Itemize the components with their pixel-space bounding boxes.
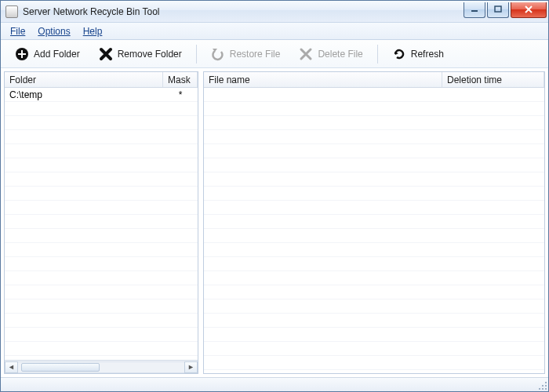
delete-file-label: Delete File bbox=[318, 49, 362, 60]
folder-header-folder[interactable]: Folder bbox=[5, 72, 163, 87]
scroll-left-arrow-icon[interactable]: ◄ bbox=[5, 361, 18, 373]
title-bar: Server Network Recycle Bin Tool bbox=[1, 1, 548, 23]
menu-options[interactable]: Options bbox=[31, 24, 76, 38]
remove-folder-label: Remove Folder bbox=[118, 49, 182, 60]
add-folder-button[interactable]: Add Folder bbox=[7, 44, 88, 64]
mask-cell: * bbox=[163, 88, 198, 101]
plus-circle-icon bbox=[15, 47, 29, 61]
close-button[interactable] bbox=[511, 2, 547, 18]
x-icon bbox=[99, 47, 113, 61]
minimize-button[interactable] bbox=[464, 2, 485, 18]
maximize-icon bbox=[494, 5, 502, 13]
folder-panel: Folder Mask C:\temp * ◄ ► bbox=[4, 71, 198, 374]
remove-folder-button[interactable]: Remove Folder bbox=[91, 44, 190, 64]
folder-cell: C:\temp bbox=[5, 88, 163, 101]
refresh-button[interactable]: Refresh bbox=[384, 44, 452, 64]
scroll-right-arrow-icon[interactable]: ► bbox=[184, 361, 198, 373]
status-bar bbox=[1, 377, 548, 391]
client-area: Folder Mask C:\temp * ◄ ► bbox=[1, 68, 548, 377]
app-icon bbox=[5, 5, 18, 18]
window-controls bbox=[462, 2, 547, 18]
files-header-time[interactable]: Deletion time bbox=[442, 72, 544, 87]
files-headers: File name Deletion time bbox=[204, 72, 544, 88]
add-folder-label: Add Folder bbox=[34, 49, 80, 60]
files-rows[interactable] bbox=[204, 88, 544, 373]
folder-rows[interactable]: C:\temp * bbox=[5, 88, 198, 360]
scissors-icon bbox=[299, 47, 313, 61]
toolbar-separator bbox=[377, 45, 378, 64]
svg-rect-4 bbox=[18, 53, 26, 55]
files-header-name[interactable]: File name bbox=[204, 72, 442, 87]
svg-rect-0 bbox=[471, 10, 478, 12]
menu-help[interactable]: Help bbox=[77, 24, 109, 38]
folder-headers: Folder Mask bbox=[5, 72, 198, 88]
window-title: Server Network Recycle Bin Tool bbox=[23, 6, 462, 17]
folder-hscrollbar[interactable]: ◄ ► bbox=[5, 360, 198, 373]
resize-grip-icon[interactable] bbox=[537, 380, 547, 390]
table-row[interactable]: C:\temp * bbox=[5, 88, 198, 102]
scroll-track[interactable] bbox=[18, 361, 184, 373]
svg-rect-1 bbox=[495, 6, 501, 12]
restore-file-label: Restore File bbox=[230, 49, 281, 60]
undo-icon bbox=[211, 47, 225, 61]
minimize-icon bbox=[471, 5, 478, 13]
folder-header-mask[interactable]: Mask bbox=[163, 72, 198, 87]
close-icon bbox=[524, 5, 533, 13]
toolbar: Add Folder Remove Folder Restore File De… bbox=[1, 40, 548, 68]
menu-bar: File Options Help bbox=[1, 23, 548, 40]
toolbar-separator bbox=[196, 45, 197, 64]
refresh-icon bbox=[392, 47, 406, 61]
refresh-label: Refresh bbox=[411, 49, 444, 60]
restore-file-button[interactable]: Restore File bbox=[203, 44, 289, 64]
files-panel: File name Deletion time bbox=[203, 71, 545, 374]
menu-file[interactable]: File bbox=[4, 24, 31, 38]
app-window: Server Network Recycle Bin Tool File Opt… bbox=[0, 0, 549, 392]
delete-file-button[interactable]: Delete File bbox=[291, 44, 370, 64]
maximize-button[interactable] bbox=[487, 2, 509, 18]
scroll-thumb[interactable] bbox=[21, 363, 100, 372]
